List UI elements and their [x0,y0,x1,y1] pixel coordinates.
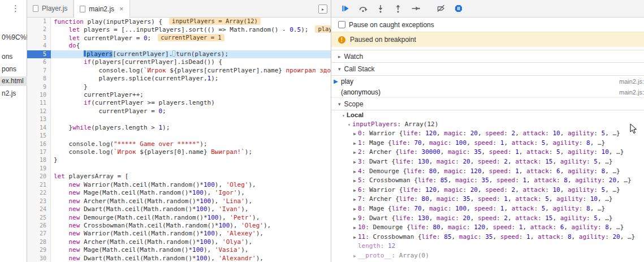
scope-row[interactable]: ▶5: Crossbowman {life: 85, magic: 35, sp… [331,176,644,186]
more-tabs-icon[interactable]: ▸ [318,5,327,14]
code-text[interactable]: let currentPlayer = 0;currentPlayer = 1 [51,34,331,42]
navigator-file-item[interactable]: ons [0,52,29,62]
line-number-gutter[interactable]: 10 [27,91,51,99]
code-text[interactable]: new Crossbowman(Math.ceil(Math.random()*… [51,222,331,230]
line-number-gutter[interactable]: 14 [27,124,51,132]
code-text[interactable]: if(players[currentPlayer].isDead()) { [51,58,331,66]
scope-row[interactable]: ▶1: Mage {life: 70, magic: 100, speed: 1… [331,139,644,148]
line-number-gutter[interactable]: 20 [27,173,51,181]
navigator-file-item[interactable]: ex.html [0,76,29,86]
frame-file-link[interactable]: main2.js: [619,78,644,85]
line-number-gutter[interactable]: 7 [27,67,51,75]
scope-row[interactable]: ▶4: Demourge {life: 80, magic: 120, spee… [331,167,644,177]
line-number-gutter[interactable]: 29 [27,246,51,254]
scope-row[interactable]: ▶6: Warrior {life: 120, magic: 20, speed… [331,186,644,195]
scope-row[interactable]: ▶7: Archer {life: 80, magic: 35, speed: … [331,195,644,204]
scope-row[interactable]: ▶8: Mage {life: 70, magic: 100, speed: 1… [331,204,644,214]
call-stack-frame[interactable]: ▶playmain2.js: [331,76,644,87]
code-text[interactable]: new Demourge(Math.ceil(Math.random()*100… [51,214,331,222]
line-number-gutter[interactable]: 9 [27,83,51,91]
code-text[interactable] [51,132,331,140]
section-scope[interactable]: ▾ Scope [331,97,644,110]
scope-row[interactable]: ▾inputPlayers: Array(12) [331,120,644,130]
line-number-gutter[interactable]: 5 [27,50,51,58]
code-text[interactable] [51,115,331,123]
line-number-gutter[interactable]: 23 [27,197,51,205]
code-text[interactable] [51,165,331,173]
scope-row[interactable]: length: 12 [331,242,644,251]
code-text[interactable]: function play(inputPlayers) {inputPlayer… [51,18,331,25]
code-text[interactable]: } [51,83,331,91]
section-call-stack[interactable]: ▾ Call Stack [331,63,644,76]
close-tab-icon[interactable]: × [119,5,124,12]
code-text[interactable]: console.log(`Игрок ${players[0].name} Вы… [51,148,331,156]
line-number-gutter[interactable]: 1 [27,18,51,25]
scope-row[interactable]: ▾Local [331,110,644,120]
scope-row[interactable]: ▶2: Archer {life: 30000, magic: 35, spee… [331,148,644,157]
tab-main2-js[interactable]: main2.js × [74,0,129,18]
code-text[interactable]: new Dwart(Math.ceil(Math.random()*100), … [51,205,331,213]
line-number-gutter[interactable]: 22 [27,189,51,197]
line-number-gutter[interactable]: 25 [27,214,51,222]
step-over-icon[interactable] [358,3,368,14]
scope-row[interactable]: ▶__proto__: Array(0) [331,251,644,261]
navigator-file-item[interactable]: 0%9C%! [0,33,29,42]
line-number-gutter[interactable]: 15 [27,132,51,140]
code-text[interactable]: new Mage(Math.ceil(Math.random()*100), '… [51,246,331,254]
line-number-gutter[interactable]: 17 [27,148,51,156]
scope-row[interactable]: ▶0: Warrior {life: 120, magic: 20, speed… [331,129,644,139]
line-number-gutter[interactable]: 30 [27,255,51,262]
call-stack-frame[interactable]: (anonymous)main2.js: [331,87,644,97]
code-text[interactable]: new Archer(Math.ceil(Math.random()*100),… [51,197,331,205]
scope-row[interactable]: ▶10: Demourge {life: 80, magic: 120, spe… [331,223,644,233]
code-text[interactable]: new Archer(Math.ceil(Math.random()*100),… [51,238,331,246]
pause-on-caught-exceptions-checkbox[interactable] [338,21,345,28]
code-text[interactable]: currentPlayer++; [51,91,331,99]
code-text[interactable]: players.splice(currentPlayer,1); [51,75,331,83]
line-number-gutter[interactable]: 21 [27,181,51,189]
line-number-gutter[interactable]: 6 [27,58,51,66]
line-number-gutter[interactable]: 11 [27,99,51,107]
step-out-icon[interactable] [393,3,403,14]
code-text[interactable]: } [51,156,331,164]
step-icon[interactable] [410,3,421,14]
navigator-file-item[interactable]: pons [0,65,29,74]
deactivate-breakpoints-icon[interactable] [436,3,446,14]
code-area[interactable]: 1function play(inputPlayers) {inputPlaye… [27,18,331,262]
menu-icon[interactable]: ⋮ [11,3,20,14]
line-number-gutter[interactable]: 28 [27,238,51,246]
line-number-gutter[interactable]: 8 [27,75,51,83]
scope-row[interactable]: ▶3: Dwart {life: 130, magic: 20, speed: … [331,157,644,167]
line-number-gutter[interactable]: 26 [27,222,51,230]
frame-file-link[interactable]: main2.js: [619,89,644,96]
line-number-gutter[interactable]: 12 [27,108,51,115]
code-text[interactable]: players[currentPlayer].turn(players); [51,50,331,58]
line-number-gutter[interactable]: 16 [27,140,51,148]
code-text[interactable]: console.log(`Игрок ${players[currentPlay… [51,67,331,75]
code-text[interactable]: do{ [51,42,331,50]
code-text[interactable]: let playersArray = [ [51,173,331,181]
line-number-gutter[interactable]: 13 [27,115,51,123]
tab-player-js[interactable]: Player.js [27,0,74,17]
resume-icon[interactable] [340,3,351,14]
scope-row[interactable]: ▶11: Crossbowman {life: 85, magic: 35, s… [331,233,644,242]
scope-row[interactable]: ▶9: Dwart {life: 130, magic: 20, speed: … [331,214,644,224]
line-number-gutter[interactable]: 19 [27,165,51,173]
code-text[interactable]: new Mage(Math.ceil(Math.random()*100), '… [51,189,331,197]
code-text[interactable]: }while(players.length > 1); [51,124,331,132]
code-text[interactable]: if(currentPlayer >= players.length) [51,99,331,107]
line-number-gutter[interactable]: 18 [27,156,51,164]
line-number-gutter[interactable]: 24 [27,205,51,213]
line-number-gutter[interactable]: 27 [27,230,51,238]
navigator-file-item[interactable]: n2.js [0,89,29,98]
code-text[interactable]: new Warrior(Math.ceil(Math.random()*100)… [51,230,331,238]
code-text[interactable]: currentPlayer = 0; [51,108,331,115]
code-text[interactable]: console.log("***** Game over *****"); [51,140,331,148]
code-text[interactable]: new Dwart(Math.ceil(Math.random()*100), … [51,255,331,262]
section-watch[interactable]: ▸ Watch [331,50,644,63]
line-number-gutter[interactable]: 3 [27,34,51,42]
line-number-gutter[interactable]: 2 [27,25,51,33]
step-into-icon[interactable] [375,3,386,14]
code-text[interactable]: let players = [...inputPlayers].sort(() … [51,25,331,33]
code-text[interactable]: new Warrior(Math.ceil(Math.random()*100)… [51,181,331,189]
